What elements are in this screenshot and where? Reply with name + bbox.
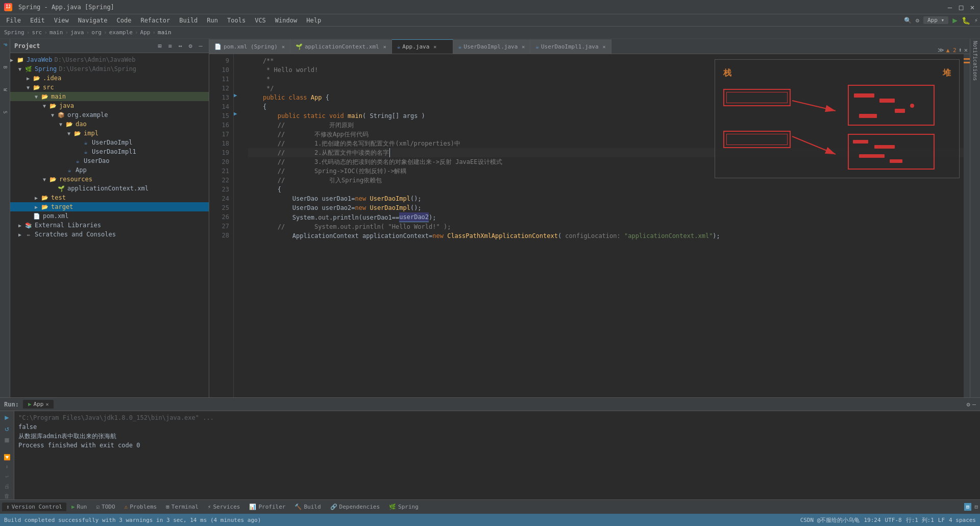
run-tab-bottom[interactable]: ▶ Run — [67, 503, 91, 511]
tree-item-org-example[interactable]: ▼ 📦 org.example — [10, 110, 209, 119]
minimize-button[interactable]: — — [946, 4, 953, 11]
menu-refactor[interactable]: Refactor — [136, 16, 174, 25]
tab-close-userdaoimpl1[interactable]: ✕ — [603, 44, 606, 50]
maximize-button[interactable]: □ — [958, 4, 965, 11]
expand-all-btn[interactable]: ⊞ — [156, 42, 164, 50]
structure-icon[interactable]: S — [1, 108, 9, 116]
run-filter-btn[interactable]: 🔽 — [4, 454, 11, 461]
terminal-tab[interactable]: ⊞ Terminal — [162, 503, 203, 511]
tab-userdaoimpl1[interactable]: ☕ UserDaoImpl1.java ✕ — [530, 39, 611, 54]
tree-item-main[interactable]: ▼ 📂 main — [10, 92, 209, 101]
breadcrumb-app[interactable]: App — [140, 29, 151, 36]
tree-item-target[interactable]: ▶ 📂 target — [10, 202, 209, 211]
menu-edit[interactable]: Edit — [26, 16, 49, 25]
bookmarks-icon[interactable]: B — [1, 63, 9, 71]
run-scroll-btn[interactable]: ⬇ — [5, 464, 9, 470]
tab-close-appcontext[interactable]: ✕ — [383, 44, 386, 50]
tree-item-userdaoimpl[interactable]: ▶ ☕ UserDaoImpl — [10, 138, 209, 147]
minimize-panel-btn[interactable]: — — [197, 42, 205, 50]
tree-item-spring[interactable]: ▼ 🌿 Spring D:\Users\Admin\Spring — [10, 64, 209, 74]
tree-item-pom-xml[interactable]: ▶ 📄 pom.xml — [10, 211, 209, 221]
run-settings-btn[interactable]: ⚙ — [967, 401, 970, 408]
tab-close-pom[interactable]: ✕ — [282, 44, 285, 50]
menu-file[interactable]: File — [2, 16, 25, 25]
menu-help[interactable]: Help — [302, 16, 325, 25]
close-editor-btn[interactable]: ✕ — [964, 46, 968, 54]
todo-tab[interactable]: ☑ TODO — [92, 503, 119, 511]
tree-item-impl[interactable]: ▼ 📂 impl — [10, 129, 209, 138]
build-tab[interactable]: 🔨 Build — [290, 503, 325, 511]
tree-item-test[interactable]: ▶ 📂 test — [10, 193, 209, 202]
tree-item-userdao[interactable]: ▶ ☕ UserDao — [10, 156, 209, 165]
run-print-btn[interactable]: 🖨 — [4, 483, 10, 490]
collapse-all-btn[interactable]: ≡ — [166, 42, 174, 50]
breadcrumb-org[interactable]: org — [91, 29, 102, 36]
menu-tools[interactable]: Tools — [223, 16, 250, 25]
expand-editor-btn[interactable]: ⬆ — [959, 46, 962, 54]
menu-run[interactable]: Run — [203, 16, 222, 25]
tree-item-extlibs[interactable]: ▶ 📚 External Libraries — [10, 221, 209, 230]
run-btn[interactable]: ▶ — [952, 15, 958, 25]
code-line-27[interactable]: // System.out.println( "Hello World!" ); — [248, 222, 970, 231]
tree-item-appcontext-xml[interactable]: ▶ 🌱 applicationContext.xml — [10, 184, 209, 193]
run-wrap-btn[interactable]: ↩ — [5, 473, 9, 480]
tree-item-userdaoimpl1[interactable]: ▶ ☕ UserDaoImpl1 — [10, 147, 209, 156]
tree-item-java-dir[interactable]: ▼ 📂 java — [10, 101, 209, 110]
tab-close-appjava[interactable]: ✕ — [433, 44, 436, 50]
warnings-badge[interactable]: ▲ 2 — [946, 47, 957, 54]
code-line-28[interactable]: ApplicationContext applicationContext=ne… — [248, 231, 970, 241]
code-line-25[interactable]: UserDao userDao2=new UserDaoImpl(); — [248, 203, 970, 212]
tab-pom-xml[interactable]: 📄 pom.xml (Spring) ✕ — [209, 39, 290, 54]
menu-view[interactable]: View — [50, 16, 73, 25]
run-clear-btn[interactable]: 🗑 — [4, 493, 10, 499]
web-icon[interactable]: W — [1, 86, 9, 94]
project-icon[interactable]: P — [1, 41, 9, 49]
settings-panel-btn[interactable]: ⚙ — [186, 42, 194, 50]
coverage-btn[interactable]: ⚡ — [974, 17, 978, 24]
settings-btn[interactable]: ⚙ — [916, 17, 919, 24]
breadcrumb-src[interactable]: src — [32, 29, 42, 36]
run-config-selector[interactable]: App ▾ — [923, 16, 948, 24]
menu-build[interactable]: Build — [175, 16, 202, 25]
run-minimize-btn[interactable]: — — [972, 401, 976, 408]
autoscroll-btn[interactable]: ↔ — [176, 42, 184, 50]
breadcrumb-example[interactable]: example — [109, 29, 133, 36]
notifications-label[interactable]: Notifications — [972, 41, 978, 81]
menu-code[interactable]: Code — [113, 16, 136, 25]
services-tab[interactable]: ⚡ Services — [204, 503, 244, 511]
breadcrumb-main-method[interactable]: main — [158, 29, 172, 36]
collapse-view-btn[interactable]: ⊟ — [972, 503, 980, 511]
close-button[interactable]: ✕ — [969, 4, 976, 11]
run-rerun-btn[interactable]: ↺ — [5, 424, 9, 433]
breadcrumb-java[interactable]: java — [70, 29, 84, 36]
run-app-tab[interactable]: ▶ App ✕ — [23, 400, 54, 409]
code-line-24[interactable]: UserDao userDao1=new UserDaoImpl(); — [248, 194, 970, 203]
problems-tab[interactable]: ⚠ Problems — [120, 503, 161, 511]
tree-item-javaweb[interactable]: ▶ 📁 JavaWeb D:\Users\Admin\JavaWeb — [10, 55, 209, 64]
version-control-tab[interactable]: ↕ Version Control — [2, 503, 66, 511]
spring-tab[interactable]: 🌿 Spring — [385, 503, 423, 511]
tab-appjava[interactable]: ☕ App.java ✕ — [392, 39, 453, 54]
dependencies-tab[interactable]: 🔗 Dependencies — [326, 503, 384, 511]
tab-appcontext[interactable]: 🌱 applicationContext.xml ✕ — [290, 39, 392, 54]
breadcrumb-main[interactable]: main — [50, 29, 63, 36]
menu-navigate[interactable]: Navigate — [74, 16, 112, 25]
tab-userdaoimpl[interactable]: ☕ UserDaoImpl.java ✕ — [453, 39, 531, 54]
tree-item-src[interactable]: ▼ 📂 src — [10, 83, 209, 92]
run-stop-btn[interactable]: ■ — [5, 436, 9, 444]
debug-btn[interactable]: 🐛 — [962, 16, 970, 25]
tree-item-resources[interactable]: ▼ 📂 resources — [10, 175, 209, 184]
tree-item-app[interactable]: ▶ ☕ App — [10, 165, 209, 175]
profiler-tab[interactable]: 📊 Profiler — [245, 503, 289, 511]
tab-overflow-btn[interactable]: ≫ — [938, 46, 944, 54]
code-line-26[interactable]: System.out.println(userDao1==userDao2); — [248, 212, 970, 222]
menu-window[interactable]: Window — [271, 16, 301, 25]
breadcrumb-spring[interactable]: Spring — [4, 29, 24, 36]
search-everywhere-btn[interactable]: 🔍 — [904, 17, 912, 24]
menu-vcs[interactable]: VCS — [251, 16, 270, 25]
tree-item-idea[interactable]: ▶ 📂 .idea — [10, 74, 209, 83]
code-line-23[interactable]: { — [248, 185, 970, 194]
tree-item-scratches[interactable]: ▶ ✏ Scratches and Consoles — [10, 230, 209, 239]
tab-close-userdaoimpl[interactable]: ✕ — [522, 44, 525, 50]
run-play-btn[interactable]: ▶ — [5, 413, 9, 421]
